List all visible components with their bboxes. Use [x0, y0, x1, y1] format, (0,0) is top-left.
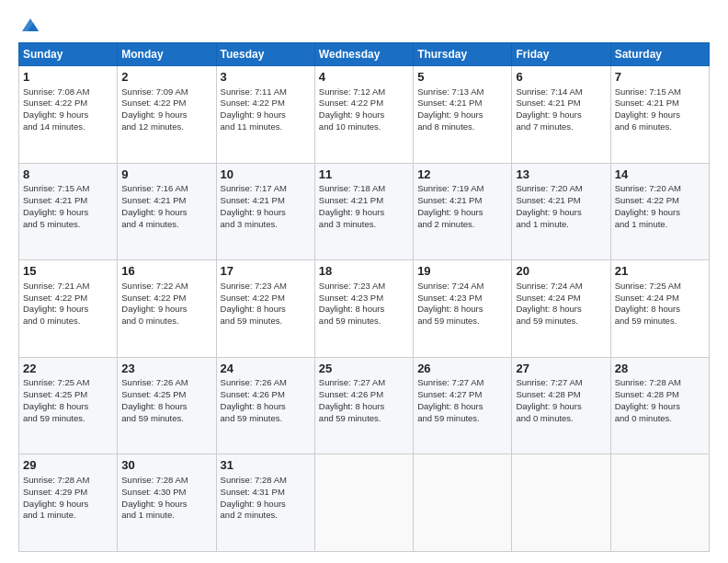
- day-info-line: Daylight: 9 hours: [221, 207, 311, 219]
- day-info-line: Daylight: 9 hours: [121, 499, 211, 511]
- day-info-line: Daylight: 8 hours: [121, 401, 211, 413]
- header: [18, 17, 710, 33]
- day-number: 3: [221, 69, 311, 86]
- day-info-line: Daylight: 9 hours: [417, 109, 507, 121]
- day-info-line: Sunrise: 7:28 AM: [221, 475, 311, 487]
- calendar-day-cell: 4Sunrise: 7:12 AMSunset: 4:22 PMDaylight…: [314, 66, 413, 164]
- calendar-day-header: Tuesday: [216, 43, 314, 66]
- day-info-line: Sunset: 4:22 PM: [23, 293, 113, 304]
- day-info-line: and 2 minutes.: [221, 510, 311, 522]
- calendar-day-cell: 31Sunrise: 7:28 AMSunset: 4:31 PMDayligh…: [216, 454, 314, 552]
- day-info-line: and 10 minutes.: [319, 121, 409, 133]
- day-info-line: Sunrise: 7:28 AM: [23, 475, 113, 487]
- day-info-line: Daylight: 9 hours: [615, 207, 705, 219]
- calendar-day-cell: 26Sunrise: 7:27 AMSunset: 4:27 PMDayligh…: [414, 357, 512, 454]
- calendar-day-cell: 6Sunrise: 7:14 AMSunset: 4:21 PMDaylight…: [512, 66, 610, 164]
- day-info-line: Sunset: 4:23 PM: [417, 293, 507, 304]
- day-info-line: Sunset: 4:21 PM: [615, 98, 705, 109]
- day-info-line: and 59 minutes.: [23, 413, 113, 425]
- day-info-line: Sunrise: 7:08 AM: [23, 86, 113, 98]
- calendar-day-cell: 27Sunrise: 7:27 AMSunset: 4:28 PMDayligh…: [512, 357, 610, 454]
- calendar-week-row: 8Sunrise: 7:15 AMSunset: 4:21 PMDaylight…: [19, 163, 710, 260]
- calendar-day-cell: 14Sunrise: 7:20 AMSunset: 4:22 PMDayligh…: [610, 163, 709, 260]
- day-info-line: Daylight: 9 hours: [516, 207, 606, 219]
- calendar-day-cell: 18Sunrise: 7:23 AMSunset: 4:23 PMDayligh…: [314, 260, 413, 358]
- calendar-day-cell: 15Sunrise: 7:21 AMSunset: 4:22 PMDayligh…: [19, 260, 118, 358]
- day-number: 10: [221, 167, 311, 183]
- day-number: 23: [121, 361, 211, 377]
- day-info-line: Sunrise: 7:23 AM: [319, 281, 409, 293]
- day-info-line: Sunset: 4:21 PM: [417, 98, 507, 109]
- day-info-line: Daylight: 9 hours: [221, 499, 311, 511]
- calendar-day-cell: 3Sunrise: 7:11 AMSunset: 4:22 PMDaylight…: [216, 66, 314, 164]
- day-info-line: Sunrise: 7:23 AM: [221, 281, 311, 293]
- day-info-line: Sunrise: 7:21 AM: [23, 281, 113, 293]
- day-info-line: Sunset: 4:27 PM: [417, 389, 507, 401]
- day-number: 30: [121, 457, 211, 474]
- day-info-line: Daylight: 8 hours: [319, 401, 409, 413]
- day-info-line: and 0 minutes.: [516, 413, 606, 425]
- day-number: 7: [615, 69, 705, 86]
- day-info-line: Daylight: 8 hours: [615, 304, 705, 316]
- day-info-line: Daylight: 9 hours: [615, 401, 705, 413]
- day-info-line: Sunset: 4:25 PM: [23, 389, 113, 401]
- day-info-line: Sunrise: 7:11 AM: [221, 86, 311, 98]
- day-info-line: Sunset: 4:22 PM: [221, 293, 311, 304]
- calendar-day-cell: 17Sunrise: 7:23 AMSunset: 4:22 PMDayligh…: [216, 260, 314, 358]
- day-info-line: Daylight: 8 hours: [23, 401, 113, 413]
- calendar-day-cell: 9Sunrise: 7:16 AMSunset: 4:21 PMDaylight…: [118, 163, 216, 260]
- calendar-day-header: Thursday: [414, 43, 512, 66]
- day-info-line: Sunrise: 7:24 AM: [516, 281, 606, 293]
- day-info-line: Sunset: 4:21 PM: [23, 195, 113, 207]
- day-info-line: Daylight: 8 hours: [221, 401, 311, 413]
- calendar-day-header: Monday: [118, 43, 216, 66]
- day-info-line: Sunset: 4:24 PM: [516, 293, 606, 304]
- calendar-day-cell: 25Sunrise: 7:27 AMSunset: 4:26 PMDayligh…: [314, 357, 413, 454]
- day-info-line: Sunrise: 7:27 AM: [319, 377, 409, 389]
- day-number: 22: [23, 361, 113, 377]
- day-info-line: and 1 minute.: [121, 510, 211, 522]
- day-info-line: and 11 minutes.: [221, 121, 311, 133]
- day-info-line: Sunset: 4:22 PM: [319, 98, 409, 109]
- day-info-line: Sunrise: 7:09 AM: [121, 86, 211, 98]
- day-info-line: Sunset: 4:22 PM: [23, 98, 113, 109]
- day-number: 21: [615, 263, 705, 280]
- logo: [18, 17, 40, 33]
- day-info-line: Daylight: 9 hours: [23, 304, 113, 316]
- day-number: 9: [121, 167, 211, 183]
- calendar-day-cell: 1Sunrise: 7:08 AMSunset: 4:22 PMDaylight…: [19, 66, 118, 164]
- calendar-week-row: 22Sunrise: 7:25 AMSunset: 4:25 PMDayligh…: [19, 357, 710, 454]
- day-number: 18: [319, 263, 409, 280]
- day-info-line: and 7 minutes.: [516, 121, 606, 133]
- calendar-day-cell: [314, 454, 413, 552]
- page: SundayMondayTuesdayWednesdayThursdayFrid…: [0, 0, 728, 563]
- day-number: 13: [516, 167, 606, 183]
- day-info-line: Sunset: 4:23 PM: [319, 293, 409, 304]
- day-info-line: Sunrise: 7:24 AM: [417, 281, 507, 293]
- day-info-line: Sunset: 4:21 PM: [121, 195, 211, 207]
- day-info-line: and 6 minutes.: [615, 121, 705, 133]
- day-info-line: Daylight: 9 hours: [121, 304, 211, 316]
- day-info-line: and 12 minutes.: [121, 121, 211, 133]
- day-number: 12: [417, 167, 507, 183]
- day-info-line: and 59 minutes.: [516, 316, 606, 327]
- day-number: 14: [615, 167, 705, 183]
- calendar-day-cell: 21Sunrise: 7:25 AMSunset: 4:24 PMDayligh…: [610, 260, 709, 358]
- day-info-line: Sunset: 4:22 PM: [615, 195, 705, 207]
- day-info-line: Sunset: 4:22 PM: [121, 293, 211, 304]
- day-info-line: Daylight: 8 hours: [417, 304, 507, 316]
- day-info-line: and 0 minutes.: [615, 413, 705, 425]
- day-info-line: and 59 minutes.: [221, 413, 311, 425]
- day-info-line: and 3 minutes.: [319, 219, 409, 231]
- calendar-day-cell: 23Sunrise: 7:26 AMSunset: 4:25 PMDayligh…: [118, 357, 216, 454]
- day-info-line: Daylight: 8 hours: [516, 304, 606, 316]
- day-number: 2: [121, 69, 211, 86]
- day-info-line: Daylight: 9 hours: [516, 401, 606, 413]
- day-info-line: Sunrise: 7:16 AM: [121, 183, 211, 195]
- day-info-line: and 59 minutes.: [417, 413, 507, 425]
- day-info-line: Daylight: 9 hours: [23, 207, 113, 219]
- day-number: 24: [221, 361, 311, 377]
- calendar-day-cell: 5Sunrise: 7:13 AMSunset: 4:21 PMDaylight…: [414, 66, 512, 164]
- day-info-line: and 2 minutes.: [417, 219, 507, 231]
- day-info-line: Daylight: 8 hours: [417, 401, 507, 413]
